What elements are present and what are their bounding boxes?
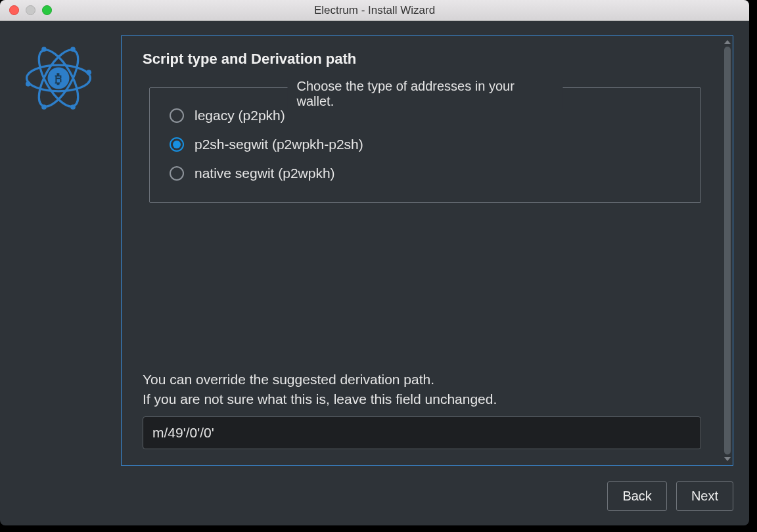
next-button[interactable]: Next	[676, 481, 733, 511]
radio-label: native segwit (p2wpkh)	[195, 166, 335, 181]
svg-point-10	[41, 104, 47, 110]
radio-option-native-segwit[interactable]: native segwit (p2wpkh)	[167, 159, 683, 188]
radio-label: legacy (p2pkh)	[195, 108, 285, 123]
radio-label: p2sh-segwit (p2wpkh-p2sh)	[195, 137, 363, 152]
svg-point-7	[41, 47, 47, 52]
page-heading: Script type and Derivation path	[143, 51, 712, 68]
spacer	[143, 203, 712, 370]
svg-point-9	[70, 47, 76, 52]
group-legend: Choose the type of addresses in your wal…	[288, 79, 563, 109]
address-type-group: Choose the type of addresses in your wal…	[149, 87, 701, 203]
minimize-window-button[interactable]	[26, 5, 35, 15]
radio-icon	[170, 166, 184, 181]
scroll-thumb[interactable]	[724, 47, 731, 454]
vertical-scrollbar[interactable]	[722, 39, 733, 462]
wizard-panel: Script type and Derivation path Choose t…	[121, 35, 733, 466]
radio-option-p2sh-segwit[interactable]: p2sh-segwit (p2wpkh-p2sh)	[167, 130, 683, 159]
wizard-button-row: Back Next	[0, 472, 749, 525]
scroll-up-icon[interactable]	[724, 40, 731, 44]
window-controls	[0, 5, 52, 15]
radio-icon-selected	[170, 137, 184, 152]
helper-line-1: You can override the suggested derivatio…	[143, 372, 434, 387]
electrum-logo-icon: ₿	[22, 42, 95, 114]
svg-point-8	[70, 104, 76, 110]
radio-icon	[170, 108, 184, 123]
derivation-helper-text: You can override the suggested derivatio…	[143, 370, 701, 409]
svg-point-6	[86, 70, 91, 75]
content-area: ₿ Script type and Derivation path Choose…	[0, 21, 749, 472]
radio-dot-icon	[173, 141, 181, 148]
scroll-down-icon[interactable]	[724, 457, 731, 461]
app-window: Electrum - Install Wizard ₿	[0, 0, 749, 525]
svg-text:₿: ₿	[55, 72, 62, 86]
helper-line-2: If you are not sure what this is, leave …	[143, 391, 497, 407]
titlebar: Electrum - Install Wizard	[0, 0, 749, 21]
close-window-button[interactable]	[9, 5, 19, 15]
window-title: Electrum - Install Wizard	[0, 4, 749, 17]
svg-point-5	[26, 81, 31, 87]
back-button[interactable]: Back	[607, 481, 666, 511]
zoom-window-button[interactable]	[42, 5, 52, 15]
derivation-path-input[interactable]	[143, 416, 701, 449]
logo-column: ₿	[16, 35, 101, 466]
